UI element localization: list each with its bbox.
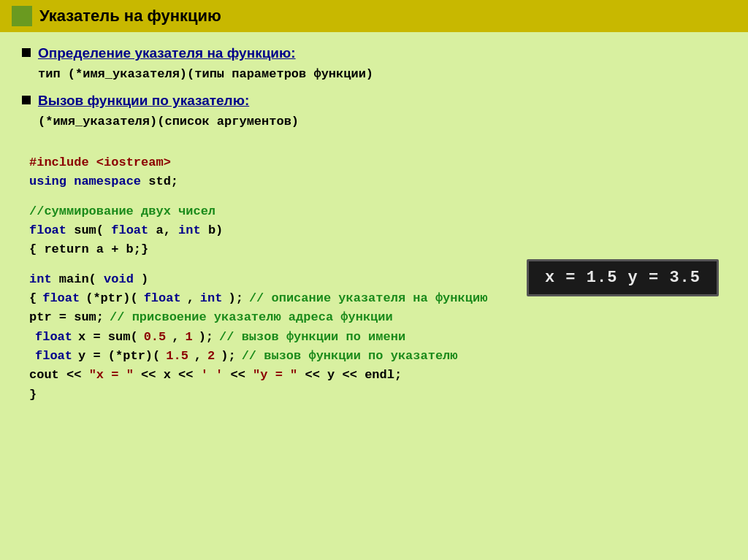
float-keyword-ptr2: float <box>144 289 181 308</box>
float-keyword-1: float <box>29 223 66 237</box>
float-keyword-y: float <box>35 347 72 366</box>
ptr-decl: (*ptr)( <box>85 289 137 308</box>
output-text: x = 1.5 y = 3.5 <box>545 269 701 287</box>
cout-y: << y << endl; <box>305 368 402 382</box>
using-keyword: using <box>29 174 66 188</box>
str-y-eq: "y = " <box>253 368 297 382</box>
int-keyword-main: int <box>29 272 52 286</box>
comment-float-x: // вызов функции по имени <box>219 328 405 347</box>
ptr-assign-text: ptr = sum; <box>29 308 104 327</box>
include-keyword: #include <box>29 156 89 169</box>
title-icon <box>12 6 32 26</box>
code-ptr-assign: ptr = sum; // присвоение указателю адрес… <box>29 308 719 327</box>
code-cout: cout << "x = " << x << ' ' << "y = " << … <box>29 366 719 385</box>
param-b: b) <box>208 223 223 237</box>
code-func-body: { return a + b;} <box>29 240 719 259</box>
func-name: sum( <box>74 223 104 237</box>
float-keyword-x: float <box>35 328 72 347</box>
bullet-square-1 <box>22 48 31 57</box>
float-y-comma: , <box>194 347 202 366</box>
code-comment1: //суммирование двух чисел <box>29 202 719 221</box>
float-keyword-2: float <box>111 223 148 237</box>
content-area: Определение указателя на функцию: тип (*… <box>0 45 748 404</box>
int-keyword-ptr: int <box>200 289 223 308</box>
code-float-y: float y = (*ptr)( 1.5 , 2 ); // вызов фу… <box>29 347 719 366</box>
bullet-square-2 <box>22 96 31 104</box>
brace-float-ptr: { <box>29 289 37 308</box>
str-x-eq: "x = " <box>89 368 134 382</box>
cout-pre: cout << <box>29 368 89 382</box>
val-05: 0.5 <box>144 328 167 347</box>
code-float-x: float x = sum( 0.5 , 1 ); // вызов функц… <box>29 328 719 347</box>
float-y-mid: y = (*ptr)( <box>78 347 160 366</box>
main-name: main( <box>59 272 96 286</box>
float-y-close: ); <box>221 347 235 366</box>
float-x-mid: x = sum( <box>78 328 138 347</box>
bullet-item-1: Определение указателя на функцию: <box>22 45 726 61</box>
void-keyword: void <box>104 272 134 286</box>
val-15: 1.5 <box>166 347 188 366</box>
bullet-sub-2: (*имя_указателя)(список аргументов) <box>38 115 726 129</box>
using-std: std; <box>148 174 178 188</box>
int-keyword-1: int <box>178 223 201 237</box>
output-box: x = 1.5 y = 3.5 <box>527 259 719 296</box>
ptr-decl3: ); <box>228 289 243 308</box>
code-close-brace: } <box>29 386 719 404</box>
str-space: ' ' <box>201 368 224 382</box>
bullet-item-2: Вызов функции по указателю: <box>22 93 726 109</box>
float-keyword-ptr: float <box>42 289 80 308</box>
main-paren: ) <box>141 272 148 286</box>
bullet-section-2: Вызов функции по указателю: (*имя_указат… <box>22 93 726 129</box>
ptr-decl2: , <box>187 289 194 308</box>
comment-float-y: // вызов функции по указателю <box>242 347 458 366</box>
namespace-keyword: namespace <box>74 174 141 188</box>
slide-title: Указатель на функцию <box>39 7 221 26</box>
comment-ptr-desc: // описание указателя на функцию <box>249 289 487 308</box>
code-func-def: float sum( float a, int b) <box>29 221 719 240</box>
title-bar: Указатель на функцию <box>0 0 748 32</box>
val-1: 1 <box>185 328 192 347</box>
bullet-sub-1: тип (*имя_указателя)(типы параметров фун… <box>38 67 726 81</box>
bullet-label-1: Определение указателя на функцию: <box>38 45 296 61</box>
func-body-text: { return a + b;} <box>29 242 148 256</box>
include-value: <iostream> <box>96 156 171 169</box>
bullet-label-2: Вызов функции по указателю: <box>38 93 249 109</box>
param-a: a, <box>156 223 178 237</box>
float-x-comma: , <box>172 328 179 347</box>
comment-ptr-assign: // присвоение указателю адреса функции <box>110 308 393 327</box>
cout-x: << x << <box>141 368 201 382</box>
code-using: using namespace std; <box>29 172 719 191</box>
code-include: #include <iostream> <box>29 153 719 172</box>
slide-container: Указатель на функцию Определение указате… <box>0 0 748 560</box>
cout-mid: << <box>230 368 253 382</box>
val-2: 2 <box>207 347 215 366</box>
float-x-close: ); <box>199 328 213 347</box>
bullet-section-1: Определение указателя на функцию: тип (*… <box>22 45 726 81</box>
